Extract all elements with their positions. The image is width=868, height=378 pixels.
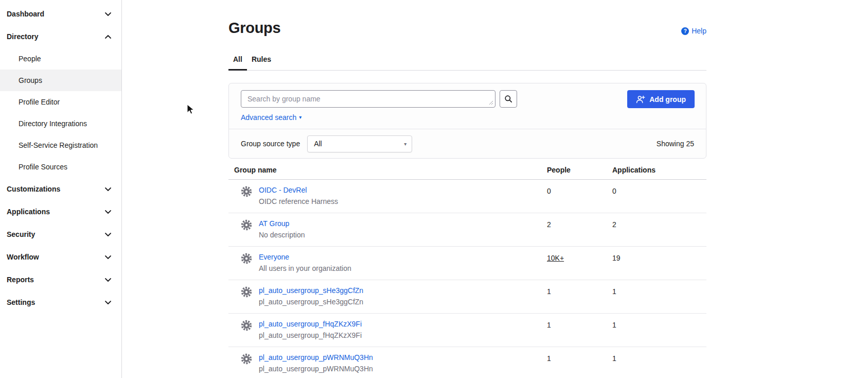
sidebar-item-label: Customizations [7, 185, 60, 193]
group-gear-icon [241, 253, 252, 274]
sidebar-subitem-label: Groups [19, 76, 42, 84]
table-row: AT Group No description 2 2 [228, 213, 706, 247]
sidebar-item-label: Directory [7, 32, 38, 41]
group-name-link[interactable]: pl_auto_usergroup_pWRNMuQ3Hn [259, 353, 373, 362]
table-row: pl_auto_usergroup_pWRNMuQ3Hn pl_auto_use… [228, 347, 706, 378]
advanced-search-label: Advanced search [241, 113, 296, 122]
sidebar-item-label: Dashboard [7, 10, 44, 18]
sidebar-item-customizations[interactable]: Customizations [0, 178, 121, 200]
search-input[interactable] [241, 90, 495, 108]
search-panel: Add group Advanced search ▾ Group source… [228, 83, 706, 159]
sidebar-subitem-label: Profile Editor [19, 98, 60, 106]
group-name-link[interactable]: AT Group [259, 219, 289, 228]
group-description: No description [259, 230, 305, 240]
applications-count: 1 [612, 321, 616, 329]
search-button[interactable] [500, 90, 517, 108]
search-icon [504, 95, 512, 103]
source-type-select[interactable]: All ▾ [307, 135, 412, 152]
sidebar-item-label: Applications [7, 208, 50, 216]
main-content: Groups ? Help All Rules [122, 0, 868, 378]
group-name-link[interactable]: OIDC - DevRel [259, 186, 307, 194]
tab-rules[interactable]: Rules [247, 50, 276, 71]
group-description: All users in your organization [259, 263, 351, 274]
group-description: OIDC reference Harness [259, 196, 338, 207]
applications-count: 19 [612, 254, 621, 262]
sidebar-item-workflow[interactable]: Workflow [0, 246, 121, 268]
sidebar-item-label: Settings [7, 298, 35, 306]
applications-count: 0 [612, 187, 616, 195]
sidebar-subitem-label: Directory Integrations [19, 119, 87, 128]
sidebar-item-settings[interactable]: Settings [0, 291, 121, 314]
sidebar-item-label: Workflow [7, 253, 39, 261]
tab-bar: All Rules [228, 50, 706, 71]
sidebar-subitem-label: People [19, 55, 41, 63]
group-description: pl_auto_usergroup_sHe3ggCfZn [259, 297, 363, 307]
page-title: Groups [228, 20, 280, 37]
applications-count: 1 [612, 287, 616, 296]
chevron-down-icon [105, 255, 111, 259]
caret-down-icon: ▾ [404, 141, 406, 147]
applications-count: 2 [612, 220, 616, 229]
table-row: pl_auto_usergroup_sHe3ggCfZn pl_auto_use… [228, 280, 706, 314]
sidebar-item-dashboard[interactable]: Dashboard [0, 3, 121, 25]
chevron-down-icon [105, 187, 111, 191]
group-gear-icon [241, 286, 252, 307]
group-gear-icon [241, 320, 252, 341]
caret-down-icon: ▾ [299, 115, 302, 120]
sidebar-item-label: Reports [7, 276, 34, 284]
tab-all[interactable]: All [228, 50, 247, 71]
group-gear-icon [241, 186, 252, 207]
column-header-group-name: Group name [228, 161, 547, 179]
group-name-link[interactable]: pl_auto_usergroup_fHqZKzX9Fi [259, 320, 362, 328]
column-header-people: People [547, 161, 612, 179]
chevron-down-icon [105, 233, 111, 236]
showing-count: Showing 25 [657, 140, 694, 148]
group-description: pl_auto_usergroup_fHqZKzX9Fi [259, 330, 362, 341]
add-user-icon [636, 95, 645, 104]
table-row: Everyone All users in your organization … [228, 247, 706, 280]
sidebar-item-profile-editor[interactable]: Profile Editor [0, 91, 121, 113]
sidebar-subitem-label: Profile Sources [19, 163, 67, 171]
sidebar: Dashboard Directory People Groups Profil… [0, 0, 122, 378]
group-gear-icon [241, 353, 252, 374]
people-count-link[interactable]: 10K+ [547, 254, 564, 262]
advanced-search-link[interactable]: Advanced search ▾ [241, 113, 302, 122]
source-type-value: All [314, 140, 322, 148]
people-count: 1 [547, 287, 551, 296]
sidebar-item-security[interactable]: Security [0, 223, 121, 246]
sidebar-item-label: Security [7, 230, 35, 238]
chevron-down-icon [105, 12, 111, 16]
sidebar-item-applications[interactable]: Applications [0, 200, 121, 223]
add-group-button[interactable]: Add group [627, 90, 695, 108]
people-count: 2 [547, 220, 551, 229]
help-link[interactable]: ? Help [681, 27, 706, 35]
sidebar-item-people[interactable]: People [0, 48, 121, 70]
group-name-link[interactable]: pl_auto_usergroup_sHe3ggCfZn [259, 286, 363, 295]
table-row: OIDC - DevRel OIDC reference Harness 0 0 [228, 180, 706, 213]
column-header-applications: Applications [612, 161, 706, 179]
help-label: Help [692, 27, 706, 35]
people-count: 1 [547, 321, 551, 329]
add-group-label: Add group [649, 95, 686, 104]
sidebar-item-directory[interactable]: Directory [0, 25, 121, 48]
table-body: OIDC - DevRel OIDC reference Harness 0 0… [228, 180, 706, 378]
group-name-link[interactable]: Everyone [259, 253, 289, 261]
sidebar-item-groups[interactable]: Groups [0, 70, 121, 91]
page-header: Groups ? Help [228, 20, 706, 37]
filter-bar: Group source type All ▾ Showing 25 [229, 129, 706, 158]
sidebar-item-profile-sources[interactable]: Profile Sources [0, 156, 121, 178]
sidebar-item-self-service-registration[interactable]: Self-Service Registration [0, 134, 121, 156]
group-description: pl_auto_usergroup_pWRNMuQ3Hn [259, 364, 373, 374]
group-gear-icon [241, 219, 252, 240]
chevron-down-icon [105, 210, 111, 214]
groups-table: Group name People Applications OIDC - De… [228, 161, 706, 378]
sidebar-item-directory-integrations[interactable]: Directory Integrations [0, 113, 121, 134]
applications-count: 1 [612, 354, 616, 363]
table-row: pl_auto_usergroup_fHqZKzX9Fi pl_auto_use… [228, 314, 706, 347]
chevron-down-icon [105, 301, 111, 304]
help-question-icon: ? [681, 27, 689, 35]
people-count: 1 [547, 354, 551, 363]
people-count: 0 [547, 187, 551, 195]
table-header: Group name People Applications [228, 161, 706, 180]
sidebar-item-reports[interactable]: Reports [0, 268, 121, 291]
